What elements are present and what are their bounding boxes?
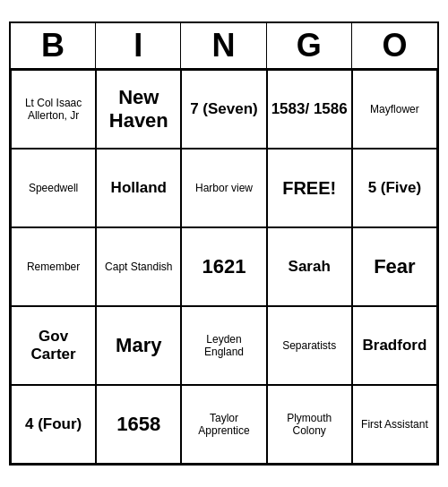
- bingo-cell: First Assistant: [352, 385, 437, 464]
- bingo-cell: Leyden England: [181, 306, 266, 385]
- bingo-cell: Mayflower: [352, 70, 437, 149]
- bingo-card: BINGO Lt Col Isaac Allerton, JrNew Haven…: [9, 21, 439, 466]
- bingo-cell: Lt Col Isaac Allerton, Jr: [11, 70, 96, 149]
- bingo-cell: 7 (Seven): [181, 70, 266, 149]
- bingo-cell: Speedwell: [11, 149, 96, 227]
- bingo-cell: Separatists: [267, 306, 352, 385]
- bingo-cell: Capt Standish: [96, 227, 181, 306]
- bingo-cell: Sarah: [267, 227, 352, 306]
- bingo-cell: FREE!: [267, 149, 352, 227]
- bingo-cell: Plymouth Colony: [267, 385, 352, 464]
- header-letter: N: [181, 23, 266, 68]
- bingo-cell: Fear: [352, 227, 437, 306]
- header-letter: B: [11, 23, 96, 68]
- bingo-cell: 5 (Five): [352, 149, 437, 227]
- bingo-cell: Holland: [96, 149, 181, 227]
- bingo-cell: New Haven: [96, 70, 181, 149]
- bingo-cell: Mary: [96, 306, 181, 385]
- bingo-cell: 1583/ 1586: [267, 70, 352, 149]
- bingo-cell: 4 (Four): [11, 385, 96, 464]
- bingo-cell: Bradford: [352, 306, 437, 385]
- bingo-cell: Gov Carter: [11, 306, 96, 385]
- header-letter: G: [267, 23, 352, 68]
- bingo-grid: Lt Col Isaac Allerton, JrNew Haven7 (Sev…: [11, 70, 437, 464]
- bingo-cell: Harbor view: [181, 149, 266, 227]
- bingo-cell: 1658: [96, 385, 181, 464]
- bingo-cell: 1621: [181, 227, 266, 306]
- header-letter: O: [352, 23, 437, 68]
- bingo-header: BINGO: [11, 23, 437, 70]
- bingo-cell: Taylor Apprentice: [181, 385, 266, 464]
- header-letter: I: [96, 23, 181, 68]
- bingo-cell: Remember: [11, 227, 96, 306]
